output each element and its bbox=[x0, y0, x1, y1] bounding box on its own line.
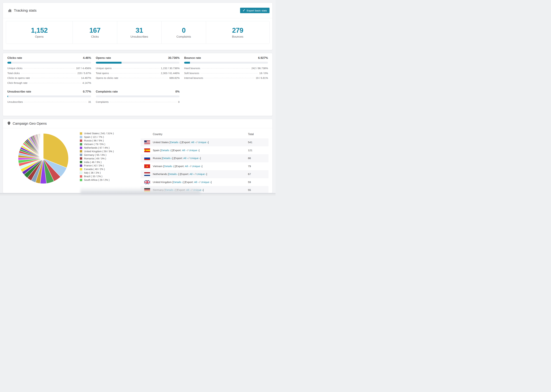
details-link[interactable]: Details › bbox=[169, 173, 178, 175]
rate-head: Bounce rate6.927% bbox=[184, 56, 268, 60]
rate-value: 0.77% bbox=[83, 90, 91, 93]
legend-swatch bbox=[80, 157, 82, 160]
export-unique-link[interactable]: Unique › bbox=[192, 165, 202, 168]
details-link[interactable]: Details › bbox=[173, 181, 183, 183]
geo-table-header: Country Total bbox=[141, 130, 268, 138]
details-link[interactable]: Details › bbox=[161, 149, 171, 152]
dotted-leader bbox=[110, 102, 177, 102]
geo-table-row: United States [Details ›] [Export: All ›… bbox=[141, 138, 268, 147]
export-unique-link[interactable]: Unique › bbox=[198, 141, 208, 144]
rate-title: Unsubscribe rate bbox=[7, 90, 31, 93]
summary-label: Complaints bbox=[177, 35, 191, 38]
rate-row-label: Unsubscribes bbox=[7, 100, 23, 103]
legend-item[interactable]: Germany ( 55 / 3% ) bbox=[80, 153, 114, 157]
legend-item[interactable]: Brazil ( 33 / 2% ) bbox=[80, 175, 114, 178]
total-cell: 55 bbox=[248, 189, 268, 192]
legend-item[interactable]: United Kingdom ( 59 / 3% ) bbox=[80, 149, 114, 153]
rate-row-label: Total opens bbox=[96, 72, 109, 75]
legend-label: Spain ( 121 / 7% ) bbox=[84, 136, 104, 138]
legend-item[interactable]: Russia ( 86 / 5% ) bbox=[80, 139, 114, 142]
rate-rows: Unsubscribes31 bbox=[7, 100, 91, 105]
dotted-leader bbox=[120, 78, 168, 78]
rate-title: Clicks rate bbox=[7, 56, 22, 60]
legend-item[interactable]: Canada ( 40 / 2% ) bbox=[80, 168, 114, 171]
geo-table-row: Vietnam [Details ›] [Export: All › / Uni… bbox=[141, 162, 268, 170]
country-name: Netherlands bbox=[153, 173, 168, 175]
legend-item[interactable]: Romania ( 49 / 3% ) bbox=[80, 157, 114, 160]
rate-progress-bar bbox=[96, 62, 180, 64]
legend-item[interactable]: France ( 42 / 2% ) bbox=[80, 164, 114, 168]
dotted-leader bbox=[110, 73, 160, 73]
export-unique-link[interactable]: Unique › bbox=[193, 189, 203, 191]
details-link[interactable]: Details › bbox=[162, 157, 172, 160]
export-unique-link[interactable]: Unique › bbox=[201, 181, 211, 183]
rate-rows: Complaints0 bbox=[96, 100, 180, 105]
bracket: ] bbox=[203, 189, 204, 191]
bracket: ] bbox=[208, 141, 209, 144]
country-column-header: Country bbox=[153, 133, 248, 136]
legend-item[interactable]: India ( 46 / 3% ) bbox=[80, 160, 114, 164]
details-link[interactable]: Details › bbox=[170, 141, 180, 144]
details-link[interactable]: Details › bbox=[165, 189, 175, 191]
rate-row-label: Total clicks bbox=[7, 72, 20, 75]
rate-row: Clicks to opens rate14.497% bbox=[7, 77, 91, 81]
rate-row-label: Complaints bbox=[96, 100, 109, 103]
rate-row-label: Soft bounces bbox=[184, 72, 199, 75]
export-unique-link[interactable]: Unique › bbox=[190, 157, 200, 160]
rate-progress-bar bbox=[7, 95, 91, 97]
legend-item[interactable]: South Africa ( 29 / 2% ) bbox=[80, 178, 114, 182]
campaign-geo-opens-card: Campaign Geo Opens United States ( 541 /… bbox=[3, 119, 273, 193]
details-link[interactable]: Details › bbox=[164, 165, 174, 168]
ru-flag-icon bbox=[144, 156, 150, 160]
geo-pie-chart[interactable] bbox=[18, 133, 69, 184]
country-cell: Germany [Details ›] [Export: All › / Uni… bbox=[153, 189, 248, 192]
rate-value: 4.46% bbox=[83, 56, 91, 60]
rate-head: Complaints rate0% bbox=[96, 90, 180, 93]
rate-progress-bar bbox=[184, 62, 268, 64]
export-all-link[interactable]: All › bbox=[183, 157, 188, 160]
total-cell: 541 bbox=[248, 141, 268, 144]
export-prefix: [Export: bbox=[174, 157, 183, 160]
legend-item[interactable]: United States ( 541 / 31% ) bbox=[80, 132, 114, 135]
rate-title: Complaints rate bbox=[96, 90, 118, 93]
rate-row: Click through rate4.147% bbox=[7, 81, 91, 86]
country-name: United Kingdom bbox=[153, 181, 172, 183]
legend-item[interactable]: Italy ( 36 / 2% ) bbox=[80, 171, 114, 175]
rate-row-label: Opens to clicks rate bbox=[96, 77, 118, 79]
export-all-link[interactable]: All › bbox=[182, 149, 187, 152]
geo-table-row: Germany [Details ›] [Export: All › / Uni… bbox=[141, 186, 268, 193]
export-all-link[interactable]: All › bbox=[191, 141, 196, 144]
country-name: Russia bbox=[153, 157, 162, 160]
rate-head: Opens rate30.736% bbox=[96, 56, 180, 60]
rate-row-value: 14.497% bbox=[81, 77, 91, 79]
legend-item[interactable]: Vietnam ( 79 / 5% ) bbox=[80, 142, 114, 146]
rate-title: Opens rate bbox=[96, 56, 111, 60]
rate-rows: Unique opens1,152 / 30.736%Total opens2,… bbox=[96, 67, 180, 81]
export-unique-link[interactable]: Unique › bbox=[196, 173, 206, 175]
rate-row-value: 18 / 0% bbox=[259, 72, 268, 75]
legend-swatch bbox=[80, 154, 82, 156]
total-cell: 79 bbox=[248, 165, 268, 168]
rate-row-value: 220 / 5.87% bbox=[78, 72, 91, 75]
export-all-link[interactable]: All › bbox=[186, 189, 191, 191]
export-all-link[interactable]: All › bbox=[194, 181, 199, 183]
export-unique-link[interactable]: Unique › bbox=[189, 149, 199, 152]
bracket: ] bbox=[175, 189, 177, 191]
rate-value: 30.736% bbox=[168, 56, 179, 60]
legend-item[interactable]: Netherlands ( 67 / 4% ) bbox=[80, 146, 114, 150]
export-all-link[interactable]: All › bbox=[185, 165, 190, 168]
slash: / bbox=[188, 157, 190, 160]
rate-row-value: 31 bbox=[88, 100, 91, 103]
legend-item[interactable]: Spain ( 121 / 7% ) bbox=[80, 135, 114, 139]
rate-row-value: 19 / 6.81% bbox=[256, 77, 268, 79]
gb-flag-icon bbox=[144, 180, 150, 184]
country-cell: Russia [Details ›] [Export: All › / Uniq… bbox=[153, 157, 248, 160]
export-all-link[interactable]: All › bbox=[190, 173, 194, 175]
geo-section-title: Campaign Geo Opens bbox=[13, 122, 47, 126]
rate-row: Unique clicks167 / 4.456% bbox=[7, 67, 91, 72]
export-basic-stats-button[interactable]: Export basic stats bbox=[240, 8, 269, 13]
legend-label: India ( 46 / 3% ) bbox=[84, 161, 101, 163]
legend-label: South Africa ( 29 / 2% ) bbox=[84, 179, 110, 181]
summary-value: 31 bbox=[135, 27, 143, 34]
rate-rows: Hard bounces242 / 86.738%Soft bounces18 … bbox=[184, 67, 268, 81]
